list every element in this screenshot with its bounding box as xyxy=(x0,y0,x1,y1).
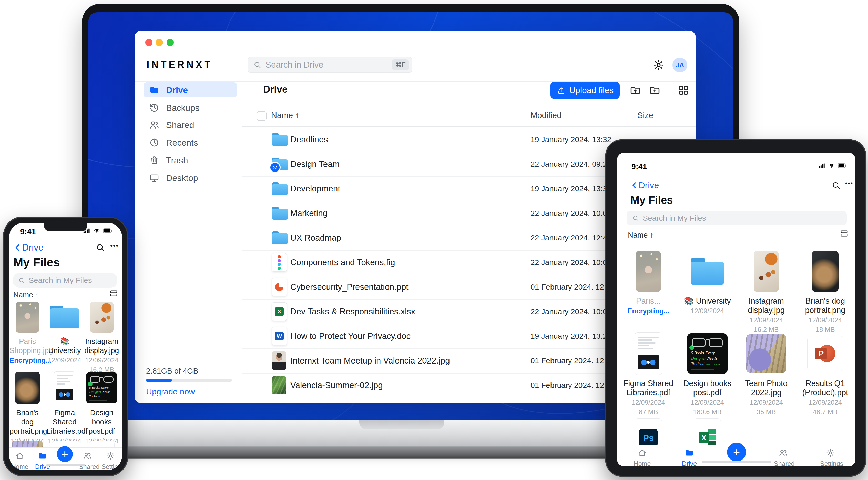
upload-files-label: Upload files xyxy=(569,85,614,95)
tab-drive[interactable]: Drive xyxy=(680,448,699,467)
sidebar-item-label: Recents xyxy=(166,138,198,148)
search-bar[interactable] xyxy=(627,211,847,225)
tab-label: Settings xyxy=(101,463,119,470)
iphone-device: 9:41 Drive ••• My Files Name ↑ xyxy=(3,216,128,476)
trash-icon xyxy=(149,155,159,165)
status-bar-icons xyxy=(83,228,113,234)
drive-search-bar[interactable]: ⌘F xyxy=(248,57,412,73)
macbook-lid-notch xyxy=(359,420,444,429)
add-new-button[interactable]: + xyxy=(57,446,73,462)
sidebar-item-shared[interactable]: Shared xyxy=(144,117,237,132)
list-view-icon xyxy=(109,289,118,298)
books-emoji: 📚 xyxy=(684,297,696,305)
file-date: 12/09/2024 xyxy=(796,398,855,407)
iphone-screen: 9:41 Drive ••• My Files Name ↑ xyxy=(9,223,122,470)
more-options-button[interactable]: ••• xyxy=(845,180,853,187)
list-view-button[interactable] xyxy=(840,229,849,239)
list-view-button[interactable] xyxy=(109,289,118,299)
file-name: Team Photo 2022.jpg xyxy=(737,379,796,397)
file-tile[interactable]: Instagram display.jpg 12/09/2024 16.2 MB xyxy=(737,250,796,334)
more-options-button[interactable]: ••• xyxy=(110,242,119,250)
my-files-search-input[interactable] xyxy=(642,213,842,223)
window-controls[interactable] xyxy=(145,39,176,47)
file-name: Figma Shared Libraries.pdf xyxy=(46,408,83,436)
tab-home[interactable]: Home xyxy=(633,448,651,467)
file-tile[interactable]: Instagram display.jpg 12/09/2024 16.2 MB xyxy=(84,301,120,374)
sidebar: Drive Backups Shared Recents Trash xyxy=(134,82,242,403)
column-name[interactable]: Name ↑ xyxy=(271,111,299,120)
tab-settings[interactable]: Settings xyxy=(101,451,119,470)
sort-by-name[interactable]: Name ↑ xyxy=(13,291,39,299)
tab-settings[interactable]: Settings xyxy=(820,448,841,467)
search-icon xyxy=(831,181,841,190)
new-folder-button[interactable] xyxy=(649,84,661,96)
tab-home[interactable]: Home xyxy=(11,451,28,470)
book-cover-thumbnail: 5 Books Every Designer Needs To Read xyxy=(86,372,117,404)
search-button[interactable] xyxy=(831,181,841,191)
upload-folder-button[interactable] xyxy=(629,84,641,96)
file-modified: 22 January 2024. 09:29 xyxy=(530,160,611,168)
upgrade-now-link[interactable]: Upgrade now xyxy=(146,387,195,397)
powerpoint-file-card: P xyxy=(807,336,843,372)
column-size[interactable]: Size xyxy=(638,111,653,120)
zoom-window-button[interactable] xyxy=(166,39,174,46)
settings-gear-button[interactable] xyxy=(653,59,664,72)
sidebar-item-trash[interactable]: Trash xyxy=(144,153,237,168)
file-modified: 22 January 2024. 12:44 xyxy=(530,234,611,242)
search-button[interactable] xyxy=(95,243,105,253)
file-tile[interactable]: P Results Q1 (Product).ppt 12/09/2024 48… xyxy=(796,332,855,416)
back-label: Drive xyxy=(22,242,43,253)
column-modified[interactable]: Modified xyxy=(530,111,561,120)
file-tile[interactable]: Brian's dog portrait.png 12/09/2024 18 M… xyxy=(796,250,855,334)
search-icon xyxy=(18,277,25,284)
home-indicator[interactable] xyxy=(46,464,85,466)
file-tile[interactable]: 5 Books Every Designer Needs To Read VOL… xyxy=(678,332,737,416)
file-modified: 19 January 2024. 13:25 xyxy=(530,332,611,341)
tab-label: Home xyxy=(11,463,28,470)
ipad-screen: 9:41 Drive ••• My Files Name ↑ xyxy=(617,152,856,467)
minimize-window-button[interactable] xyxy=(156,39,163,46)
folder-icon xyxy=(272,133,288,146)
my-files-search-input[interactable] xyxy=(28,276,112,285)
folder-tile[interactable]: 📚 University 12/09/2024 xyxy=(678,250,737,315)
file-tile[interactable]: Team Photo 2022.jpg 12/09/2024 35 MB xyxy=(737,332,796,416)
drive-search-input[interactable] xyxy=(265,60,392,70)
grid-view-button[interactable] xyxy=(678,84,689,96)
sidebar-item-drive[interactable]: Drive xyxy=(144,82,237,97)
add-new-button[interactable]: + xyxy=(727,443,746,461)
gear-icon xyxy=(826,448,835,457)
file-date: 12/09/2024 xyxy=(46,356,83,365)
close-window-button[interactable] xyxy=(145,39,153,46)
file-name: Design books post.pdf xyxy=(678,379,737,397)
search-bar[interactable] xyxy=(13,273,117,288)
storage-progress-fill xyxy=(146,379,172,382)
avatar[interactable]: JA xyxy=(673,58,687,72)
select-all-checkbox[interactable] xyxy=(257,111,267,121)
sidebar-item-recents[interactable]: Recents xyxy=(144,135,237,150)
status-bar-time: 9:41 xyxy=(20,227,36,237)
sidebar-item-backups[interactable]: Backups xyxy=(144,100,237,115)
backup-history-icon xyxy=(149,103,159,113)
upload-files-button[interactable]: Upload files xyxy=(551,82,620,99)
photo-thumbnail xyxy=(754,251,779,292)
folder-tile[interactable]: 📚 University 12/09/2024 xyxy=(46,301,83,365)
home-indicator[interactable] xyxy=(702,461,771,463)
sidebar-item-desktop[interactable]: Desktop xyxy=(144,171,237,185)
bottom-tab-bar: Home Drive + Shared Settings xyxy=(9,447,122,470)
file-name: Brian's dog portrait.png xyxy=(796,297,855,315)
back-to-drive-button[interactable]: Drive xyxy=(13,242,43,253)
file-name: UX Roadmap xyxy=(290,233,341,243)
sidebar-item-label: Shared xyxy=(166,120,194,130)
file-tile[interactable]: Paris Shopping.jpg Encrypting... xyxy=(9,301,45,365)
tab-label: Drive xyxy=(680,460,699,467)
sort-by-name[interactable]: Name ↑ xyxy=(628,231,653,239)
tab-shared[interactable]: Shared xyxy=(774,448,793,467)
status-bar-icons xyxy=(818,163,847,168)
tab-drive[interactable]: Drive xyxy=(34,451,51,470)
file-tile[interactable]: Paris... Encrypting... xyxy=(619,250,678,315)
file-tile[interactable]: Figma Shared Libraries.pdf 12/09/2024 87… xyxy=(619,332,678,416)
tab-shared[interactable]: Shared xyxy=(79,451,96,470)
wifi-icon xyxy=(93,228,100,234)
back-to-drive-button[interactable]: Drive xyxy=(630,180,659,190)
chevron-left-icon xyxy=(630,181,639,190)
